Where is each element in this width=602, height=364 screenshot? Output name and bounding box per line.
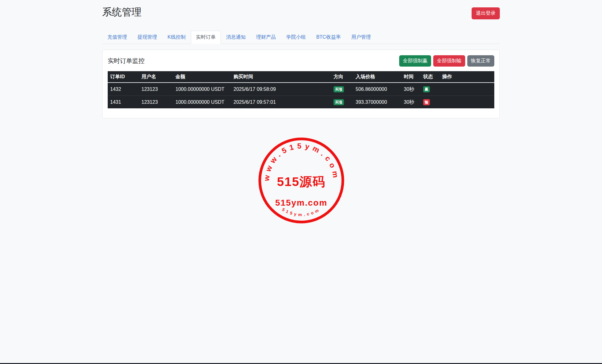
- restore-normal-button[interactable]: 恢复正常: [467, 55, 494, 67]
- col-header-entry-price: 入场价格: [353, 71, 401, 83]
- orders-table: 订单ID 用户名 金额 购买时间 方向 入场价格 时间 状态 操作 1432 1…: [108, 71, 494, 108]
- tab-academy-group[interactable]: 学院小组: [281, 31, 311, 44]
- watermark-stamp: www.515ym.com 515源码 515ym.com 515ym.com: [257, 136, 346, 225]
- tab-btc-yield[interactable]: BTC收益率: [311, 31, 346, 44]
- tab-recharge-mgmt[interactable]: 充值管理: [102, 31, 132, 44]
- cell-amount: 1000.00000000 USDT: [173, 83, 231, 96]
- tab-realtime-orders[interactable]: 实时订单: [191, 31, 221, 44]
- direction-badge: 买涨: [334, 99, 344, 105]
- cell-entry-price: 506.86000000: [353, 83, 401, 96]
- stamp-domain-text: 515ym.com: [275, 198, 327, 207]
- cell-order-id: 1432: [108, 83, 139, 96]
- cell-username: 123123: [139, 96, 173, 109]
- col-header-buy-time: 购买时间: [231, 71, 331, 83]
- cell-direction: 买涨: [331, 96, 353, 109]
- orders-panel: 实时订单监控 全部强制赢 全部强制输 恢复正常 订单ID 用户名 金额 购买时间…: [102, 50, 500, 118]
- stamp-arc-top-text: www.515ym.com: [262, 142, 341, 182]
- cell-buy-time: 2025/6/17 09:58:09: [231, 83, 331, 96]
- stamp-circle-icon: [260, 139, 343, 222]
- svg-text:www.515ym.com: www.515ym.com: [262, 142, 341, 182]
- orders-panel-title: 实时订单监控: [108, 57, 145, 65]
- tab-withdraw-mgmt[interactable]: 提现管理: [132, 31, 162, 44]
- col-header-order-id: 订单ID: [108, 71, 139, 83]
- cell-order-id: 1431: [108, 96, 139, 109]
- stamp-arc-bottom-text: 515ym.com: [281, 207, 322, 217]
- cell-buy-time: 2025/6/17 09:57:01: [231, 96, 331, 109]
- tab-user-mgmt[interactable]: 用户管理: [346, 31, 376, 44]
- table-row: 1431 123123 1000.00000000 USDT 2025/6/17…: [108, 96, 494, 109]
- col-header-direction: 方向: [331, 71, 353, 83]
- force-all-win-button[interactable]: 全部强制赢: [399, 55, 431, 67]
- status-badge-win: 赢: [423, 86, 430, 92]
- cell-duration: 30秒: [401, 96, 421, 109]
- col-header-amount: 金额: [173, 71, 231, 83]
- cell-amount: 1000.00000000 USDT: [173, 96, 231, 109]
- cell-status: 赢: [421, 83, 440, 96]
- cell-username: 123123: [139, 83, 173, 96]
- tab-wealth-products[interactable]: 理财产品: [251, 31, 281, 44]
- col-header-status: 状态: [421, 71, 440, 83]
- orders-table-header-row: 订单ID 用户名 金额 购买时间 方向 入场价格 时间 状态 操作: [108, 71, 494, 83]
- col-header-duration: 时间: [401, 71, 421, 83]
- table-row: 1432 123123 1000.00000000 USDT 2025/6/17…: [108, 83, 494, 96]
- cell-duration: 30秒: [401, 83, 421, 96]
- tab-kline-control[interactable]: K线控制: [162, 31, 191, 44]
- col-header-username: 用户名: [139, 71, 173, 83]
- cell-status: 输: [421, 96, 440, 109]
- col-header-action: 操作: [440, 71, 494, 83]
- cell-action: [440, 96, 494, 109]
- force-all-lose-button[interactable]: 全部强制输: [433, 55, 465, 67]
- main-container: 系统管理 退出登录 充值管理 提现管理 K线控制 实时订单 消息通知 理财产品 …: [102, 0, 500, 118]
- force-controls: 全部强制赢 全部强制输 恢复正常: [399, 55, 494, 67]
- page-header: 系统管理 退出登录: [102, 6, 500, 19]
- svg-text:515ym.com: 515ym.com: [281, 207, 322, 217]
- cell-action: [440, 83, 494, 96]
- cell-entry-price: 393.37000000: [353, 96, 401, 109]
- stamp-center-title: 515源码: [277, 175, 326, 189]
- tab-bar: 充值管理 提现管理 K线控制 实时订单 消息通知 理财产品 学院小组 BTC收益…: [102, 31, 500, 44]
- tab-message-notice[interactable]: 消息通知: [221, 31, 251, 44]
- status-badge-lose: 输: [423, 99, 430, 105]
- direction-badge: 买涨: [334, 86, 344, 92]
- logout-button[interactable]: 退出登录: [472, 7, 500, 19]
- page-title: 系统管理: [102, 6, 141, 18]
- cell-direction: 买涨: [331, 83, 353, 96]
- orders-panel-header: 实时订单监控 全部强制赢 全部强制输 恢复正常: [108, 55, 494, 67]
